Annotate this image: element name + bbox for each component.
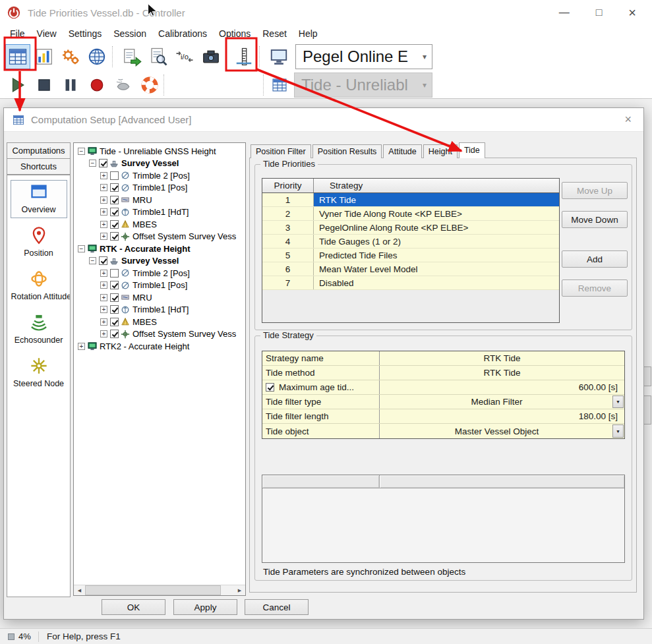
tree-checkbox[interactable]	[99, 159, 107, 167]
expand-expander-icon[interactable]: +	[78, 343, 85, 350]
tree-item-trimble1-hdt[interactable]: +Trimble1 [HdT]	[75, 304, 245, 316]
sidebar-group-shortcuts[interactable]: Shortcuts	[7, 158, 71, 175]
expand-expander-icon[interactable]: +	[100, 196, 107, 204]
sidebar-item-rotation-attitude[interactable]: Rotation Attitude	[11, 267, 67, 305]
tree-item-trimble-2-pos[interactable]: +Trimble 2 [Pos]	[75, 169, 245, 182]
cancel-button[interactable]: Cancel	[245, 599, 309, 615]
collapse-expander-icon[interactable]: −	[89, 160, 96, 167]
io-ports-button[interactable]	[172, 44, 197, 69]
strategy-value[interactable]: Master Vessel Object▼	[380, 424, 624, 438]
tree-item-survey-vessel[interactable]: −Survey Vessel	[75, 255, 245, 268]
tree-checkbox[interactable]	[110, 293, 119, 302]
tab-position-filter[interactable]: Position Filter	[251, 144, 311, 158]
priority-row[interactable]: 3PegelOnline Along Route <KP ELBE>	[262, 221, 559, 235]
expand-expander-icon[interactable]: +	[100, 281, 107, 289]
expand-expander-icon[interactable]: +	[100, 208, 107, 216]
tree-item-offset-system-survey-vess[interactable]: +Offset System Survey Vess	[75, 328, 245, 341]
tree-checkbox[interactable]	[110, 330, 119, 338]
menu-item-calibrations[interactable]: Calibrations	[152, 26, 213, 41]
menu-item-file[interactable]: File	[4, 26, 31, 41]
tab-position-results[interactable]: Position Results	[312, 144, 382, 158]
tree-item-trimble1-pos[interactable]: +Trimble1 [Pos]	[75, 279, 245, 292]
storage-case-button[interactable]	[198, 44, 223, 69]
tree-checkbox[interactable]	[110, 232, 119, 241]
tree-checkbox[interactable]	[110, 220, 119, 229]
tree-checkbox[interactable]	[99, 256, 107, 265]
tab-attitude[interactable]: Attitude	[383, 144, 421, 158]
stop-button[interactable]	[32, 73, 57, 98]
sidebar-item-overview[interactable]: Overview	[11, 180, 67, 218]
close-button[interactable]: ×	[628, 5, 636, 20]
expand-expander-icon[interactable]: +	[100, 306, 107, 313]
expand-expander-icon[interactable]: +	[100, 294, 107, 301]
tab-height[interactable]: Height	[423, 144, 458, 158]
strategy-value[interactable]: Median Filter▼	[380, 395, 624, 409]
tree-horizontal-scrollbar[interactable]: ◀ ▶	[74, 585, 245, 595]
computation-combo[interactable]: Tide - Unreliabl ▾	[294, 73, 432, 98]
sidebar-item-echosounder[interactable]: Echosounder	[11, 310, 67, 349]
manual-fix-button[interactable]	[111, 73, 136, 98]
tree-item-offset-system-survey-vess[interactable]: +Offset System Survey Vess	[75, 231, 245, 243]
add-button[interactable]: Add	[562, 250, 628, 268]
expand-expander-icon[interactable]: +	[100, 184, 107, 191]
strategy-checkbox[interactable]	[266, 383, 274, 392]
pause-button[interactable]	[58, 73, 83, 98]
tree-item-mru[interactable]: +MRU	[75, 291, 245, 304]
expand-expander-icon[interactable]: +	[100, 318, 107, 326]
export-button[interactable]	[119, 44, 144, 69]
tree-checkbox[interactable]	[110, 269, 119, 278]
apply-button[interactable]: Apply	[173, 599, 237, 615]
tree-checkbox[interactable]	[110, 305, 119, 314]
tree-item-mru[interactable]: +MRU	[75, 194, 245, 206]
tree-checkbox[interactable]	[110, 196, 119, 204]
tree-item-tide-unreliable-gnss-height[interactable]: −Tide - Unreliable GNSS Height	[75, 145, 245, 158]
collapse-expander-icon[interactable]: −	[89, 257, 96, 264]
tab-tide[interactable]: Tide	[459, 142, 485, 158]
tree-item-trimble1-hdt[interactable]: +Trimble1 [HdT]	[75, 206, 245, 219]
priority-row[interactable]: 2Vyner Tide Along Route <KP ELBE>	[262, 207, 559, 221]
expand-expander-icon[interactable]: +	[100, 233, 107, 240]
tree-checkbox[interactable]	[110, 318, 119, 326]
database-review-button[interactable]	[146, 44, 171, 69]
dropdown-arrow-icon[interactable]: ▼	[612, 424, 624, 438]
sidebar-item-position[interactable]: Position	[11, 223, 67, 262]
expand-expander-icon[interactable]: +	[100, 221, 107, 228]
tree-checkbox[interactable]	[110, 281, 119, 289]
expand-expander-icon[interactable]: +	[100, 330, 107, 337]
tree-checkbox[interactable]	[110, 183, 119, 192]
tree-item-mbes[interactable]: +MBES	[75, 218, 245, 231]
sidebar-item-steered-node[interactable]: Steered Node	[11, 354, 67, 392]
session-layers-button[interactable]	[32, 44, 57, 69]
record-button[interactable]	[84, 73, 109, 98]
dropdown-arrow-icon[interactable]: ▼	[612, 395, 624, 408]
scrollbar-thumb[interactable]	[85, 585, 221, 595]
display-monitor-button[interactable]	[266, 44, 291, 69]
menu-item-help[interactable]: Help	[293, 26, 324, 41]
tide-setup-button[interactable]	[231, 44, 256, 69]
geodesy-globe-button[interactable]	[84, 44, 109, 69]
tree-checkbox[interactable]	[110, 171, 119, 180]
minimize-button[interactable]: —	[559, 7, 570, 18]
settings-gears-button[interactable]	[58, 44, 83, 69]
sidebar-group-computations[interactable]: Computations	[7, 142, 71, 159]
tree-item-trimble1-pos[interactable]: +Trimble1 [Pos]	[75, 182, 245, 194]
tree-item-rtk-accurate-height[interactable]: −RTK - Accurate Height	[75, 243, 245, 255]
menu-item-session[interactable]: Session	[107, 26, 152, 41]
expand-expander-icon[interactable]: +	[100, 270, 107, 277]
priority-row[interactable]: 7Disabled	[262, 276, 559, 290]
priority-row[interactable]: 4Tide Gauges (1 or 2)	[262, 235, 559, 249]
tree-checkbox[interactable]	[110, 208, 119, 216]
priority-row[interactable]: 5Predicted Tide Files	[262, 249, 559, 262]
expand-expander-icon[interactable]: +	[100, 172, 107, 179]
menu-item-settings[interactable]: Settings	[63, 26, 108, 41]
menu-item-reset[interactable]: Reset	[256, 26, 293, 41]
tide-source-combo[interactable]: Pegel Online E ▾	[295, 44, 432, 69]
play-button[interactable]	[5, 73, 30, 98]
tree-item-rtk2-accurate-height[interactable]: +RTK2 - Accurate Height	[75, 340, 245, 353]
scroll-right-icon[interactable]: ▶	[234, 585, 245, 595]
tree-item-survey-vessel[interactable]: −Survey Vessel	[75, 158, 245, 170]
dialog-close-button[interactable]: ×	[624, 113, 632, 127]
maximize-button[interactable]: □	[596, 7, 603, 18]
tree-item-trimble-2-pos[interactable]: +Trimble 2 [Pos]	[75, 267, 245, 279]
collapse-expander-icon[interactable]: −	[78, 245, 85, 252]
